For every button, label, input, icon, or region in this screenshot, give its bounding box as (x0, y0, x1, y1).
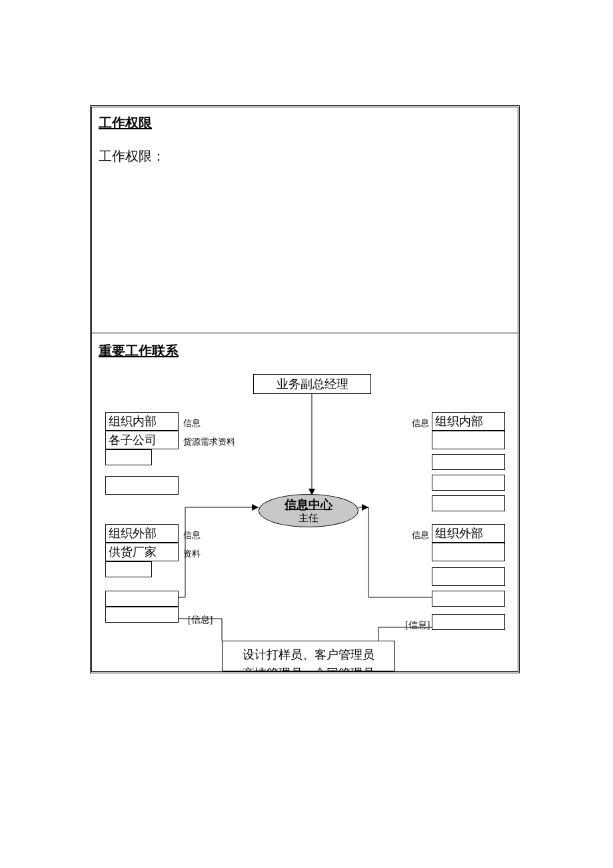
right-empty-7 (432, 591, 505, 607)
left-label-demand: 货源需求资料 (183, 436, 235, 448)
left-label-info-bracket: [信息] (188, 614, 213, 626)
svg-marker-7 (362, 504, 368, 511)
bottom-line2: 商情管理员、合同管理员 (223, 664, 394, 671)
left-row-supplier: 供货厂家 (105, 543, 179, 561)
left-header-external: 组织外部 (105, 524, 179, 543)
left-label-info2: 信息 (183, 529, 201, 541)
bottom-line1: 设计打样员、客户管理员 (223, 645, 394, 664)
left-empty-2 (105, 476, 179, 495)
bottom-roles-box: 设计打样员、客户管理员 商情管理员、合同管理员 (222, 641, 395, 671)
center-line1: 信息中心 (285, 497, 332, 513)
right-empty-6 (432, 567, 505, 586)
left-label-material: 资料 (183, 548, 201, 560)
right-header-internal: 组织内部 (432, 412, 505, 431)
left-empty-3 (105, 561, 152, 577)
right-empty-4 (432, 495, 505, 511)
center-line2: 主任 (299, 512, 318, 525)
left-header-internal: 组织内部 (105, 412, 179, 431)
left-empty-1 (105, 449, 152, 465)
left-label-info: 信息 (183, 417, 201, 429)
right-label-info-bracket: [信息] (405, 619, 430, 631)
left-row-subsidiary: 各子公司 (105, 431, 179, 449)
right-header-external: 组织外部 (432, 524, 505, 543)
right-empty-8 (432, 614, 505, 630)
svg-marker-5 (252, 504, 259, 511)
right-label-info2: 信息 (412, 529, 429, 541)
right-label-info: 信息 (412, 417, 429, 429)
box-top-manager-label: 业务副总经理 (277, 376, 348, 392)
center-ellipse: 信息中心 主任 (259, 494, 358, 527)
right-empty-5 (432, 543, 505, 561)
left-empty-4 (105, 591, 179, 607)
box-top-manager: 业务副总经理 (253, 374, 371, 394)
left-empty-5 (105, 607, 179, 623)
document-frame: 工作权限 工作权限： 重要工作联系 业务副总经理 组织内部 信息 各子公司 货源… (90, 105, 520, 673)
right-empty-2 (432, 454, 505, 470)
right-empty-3 (432, 475, 505, 491)
right-empty-1 (432, 431, 505, 449)
